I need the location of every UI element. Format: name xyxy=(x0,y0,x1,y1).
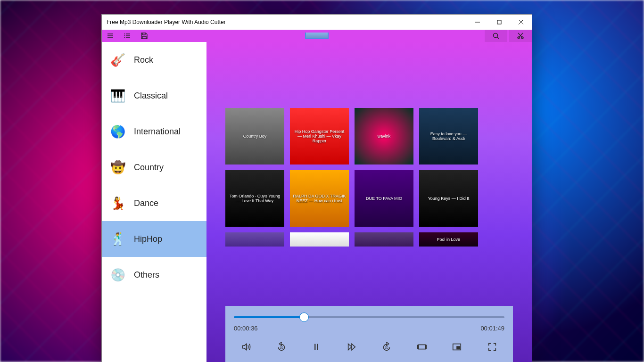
fast-forward-button[interactable] xyxy=(343,338,360,355)
album-cover[interactable]: Hip Hop Gangster Persent — Meri Khushi —… xyxy=(290,108,349,165)
classical-icon: 🎹 xyxy=(110,88,125,103)
mini-player-button[interactable] xyxy=(448,338,465,355)
sidebar-item-label: Country xyxy=(134,163,164,173)
window-title: Free Mp3 Downloader Player With Audio Cu… xyxy=(107,19,226,25)
sidebar-item-country[interactable]: 🤠Country xyxy=(102,149,206,185)
main-content: Country BoyHip Hop Gangster Persent — Me… xyxy=(206,42,532,362)
album-title: wavlnk xyxy=(376,132,393,140)
svg-text:10: 10 xyxy=(280,346,283,349)
sidebar-item-label: Dance xyxy=(134,198,158,208)
sidebar-item-label: HipHop xyxy=(134,234,162,244)
playlist-button[interactable] xyxy=(119,30,136,42)
svg-rect-1 xyxy=(497,20,501,24)
save-button[interactable] xyxy=(136,30,153,42)
album-title: Hip Hop Gangster Persent — Meri Khushi —… xyxy=(290,127,349,145)
album-cover[interactable]: RALPH DA GOD X TRAGIK NEEZ — How can i t… xyxy=(290,170,349,227)
sidebar-item-classical[interactable]: 🎹Classical xyxy=(102,78,206,114)
sidebar-item-international[interactable]: 🌎International xyxy=(102,114,206,149)
sidebar-item-rock[interactable]: 🎸Rock xyxy=(102,42,206,78)
sidebar-item-others[interactable]: 💿Others xyxy=(102,257,206,293)
maximize-button[interactable] xyxy=(488,15,510,30)
country-icon: 🤠 xyxy=(110,160,125,175)
svg-text:30: 30 xyxy=(385,346,389,349)
svg-point-12 xyxy=(124,37,125,38)
sidebar-item-label: Classical xyxy=(134,91,168,101)
rock-icon: 🎸 xyxy=(110,52,125,67)
progress-slider[interactable] xyxy=(234,312,504,323)
album-grid: Country BoyHip Hop Gangster Persent — Me… xyxy=(206,42,532,256)
svg-rect-27 xyxy=(457,346,460,349)
progress-thumb[interactable] xyxy=(299,313,309,322)
drag-handle[interactable] xyxy=(305,33,329,39)
player-bar: 00:00:36 00:01:49 10 xyxy=(225,306,513,362)
dance-icon: 💃 xyxy=(110,196,125,211)
forward-30-button[interactable]: 30 xyxy=(378,338,395,355)
hamburger-menu-button[interactable] xyxy=(102,30,119,42)
album-cover[interactable]: DUE TO FAVA MIO xyxy=(355,170,413,227)
svg-point-10 xyxy=(124,33,125,34)
aspect-ratio-button[interactable] xyxy=(413,338,430,355)
svg-point-11 xyxy=(124,35,125,36)
album-title: DUE TO FAVA MIO xyxy=(364,194,404,203)
sidebar-item-label: Others xyxy=(134,270,159,280)
album-title: Young Keys — I Did It xyxy=(426,194,471,203)
svg-line-14 xyxy=(497,37,499,39)
rewind-10-button[interactable]: 10 xyxy=(273,338,290,355)
window-controls xyxy=(467,15,532,30)
international-icon: 🌎 xyxy=(110,124,125,139)
sidebar-item-label: International xyxy=(134,127,181,137)
app-body: 🎸Rock🎹Classical🌎International🤠Country💃Da… xyxy=(102,42,532,362)
app-window: Free Mp3 Downloader Player With Audio Cu… xyxy=(101,14,532,362)
hiphop-icon: 🕺 xyxy=(110,231,125,247)
album-title: Tom Orlando · Cuyo Young — Love It That … xyxy=(225,192,284,205)
album-cover[interactable]: Tom Orlando · Cuyo Young — Love It That … xyxy=(225,170,284,227)
album-cover[interactable]: Country Boy xyxy=(225,108,284,165)
others-icon: 💿 xyxy=(110,267,125,282)
album-title: RALPH DA GOD X TRAGIK NEEZ — How can i t… xyxy=(290,192,349,205)
genre-sidebar: 🎸Rock🎹Classical🌎International🤠Country💃Da… xyxy=(102,42,206,362)
toolbar xyxy=(102,30,532,42)
album-cover[interactable] xyxy=(290,232,349,247)
album-cover[interactable]: Easy to love you — Boulevard & Audi xyxy=(419,108,478,165)
album-cover[interactable]: Fool in Love xyxy=(419,232,478,247)
sidebar-item-dance[interactable]: 💃Dance xyxy=(102,185,206,221)
fullscreen-button[interactable] xyxy=(484,338,501,355)
current-time: 00:00:36 xyxy=(234,325,258,332)
album-cover[interactable] xyxy=(225,232,284,247)
svg-rect-23 xyxy=(418,345,425,349)
album-cover[interactable] xyxy=(355,232,413,247)
album-cover[interactable]: Young Keys — I Did It xyxy=(419,170,478,227)
album-cover[interactable]: wavlnk xyxy=(355,108,413,165)
album-title: Country Boy xyxy=(241,132,269,140)
minimize-button[interactable] xyxy=(467,15,488,30)
sidebar-item-label: Rock xyxy=(134,55,153,65)
close-button[interactable] xyxy=(510,15,532,30)
album-title: Fool in Love xyxy=(435,235,462,244)
search-button[interactable] xyxy=(485,30,507,42)
volume-button[interactable] xyxy=(238,338,255,355)
album-title: Easy to love you — Boulevard & Audi xyxy=(419,130,478,143)
titlebar: Free Mp3 Downloader Player With Audio Cu… xyxy=(102,15,532,30)
sidebar-item-hiphop[interactable]: 🕺HipHop xyxy=(102,221,206,257)
cutter-button[interactable] xyxy=(509,30,532,42)
svg-point-13 xyxy=(494,33,498,38)
total-time: 00:01:49 xyxy=(480,325,504,332)
pause-button[interactable] xyxy=(308,338,325,355)
